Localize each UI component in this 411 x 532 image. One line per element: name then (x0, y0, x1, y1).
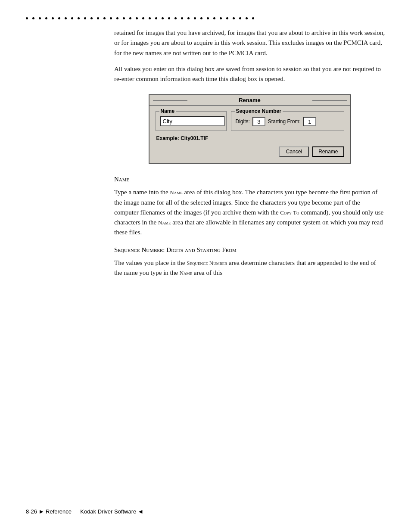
dot-19 (142, 17, 144, 19)
dot-17 (129, 17, 131, 19)
dot-25 (181, 17, 183, 19)
dot-32 (226, 17, 228, 19)
dialog-title: Rename (239, 97, 261, 103)
dot-23 (168, 17, 170, 19)
dot-18 (136, 17, 138, 19)
dot-12 (97, 17, 99, 19)
body-paragraph-1: retained for images that you have archiv… (114, 28, 385, 58)
page-footer: 8-26 ▶ Reference — Kodak Driver Software… (26, 508, 385, 515)
dot-3 (39, 17, 41, 19)
cancel-button[interactable]: Cancel (279, 146, 309, 157)
dot-35 (246, 17, 248, 19)
dot-8 (71, 17, 73, 19)
dialog-body: Name Sequence Number Digits: Starting Fr… (149, 106, 350, 163)
dot-6 (58, 17, 60, 19)
seq-section-body: The values you place in the Sequence Num… (114, 258, 385, 278)
sequence-number-group: Sequence Number Digits: Starting From: (231, 111, 344, 131)
footer-triangle-left: ◀ (139, 509, 142, 514)
dot-rule (0, 0, 411, 28)
dialog-titlebar: Rename (149, 95, 350, 106)
dot-11 (90, 17, 93, 19)
footer-middle-text: Reference — Kodak Driver Software (46, 508, 136, 515)
dot-36 (252, 17, 254, 19)
dot-5 (52, 17, 54, 19)
footer-page-ref: 8-26 (26, 508, 37, 515)
digits-input[interactable] (252, 117, 265, 126)
seq-inner: Digits: Starting From: (236, 117, 339, 126)
dot-15 (116, 17, 118, 19)
dot-rule-inner (26, 17, 385, 19)
rename-button[interactable]: Rename (312, 146, 344, 157)
dot-33 (233, 17, 235, 19)
dot-26 (187, 17, 190, 19)
dot-27 (194, 17, 196, 19)
name-section: Name Type a name into the Name area of t… (114, 176, 385, 237)
dialog-wrapper: Rename Name Sequence Number Di (114, 94, 385, 164)
dot-28 (200, 17, 202, 19)
seq-section: Sequence Number: Digits and Starting Fro… (114, 246, 385, 278)
dot-7 (65, 17, 67, 19)
dot-31 (220, 17, 222, 19)
dot-4 (45, 17, 47, 19)
starting-from-input[interactable] (303, 117, 316, 126)
dot-34 (239, 17, 241, 19)
dot-20 (149, 17, 151, 19)
dot-16 (123, 17, 125, 19)
dot-10 (84, 17, 86, 19)
name-section-body: Type a name into the Name area of this d… (114, 187, 385, 237)
dot-21 (155, 17, 157, 19)
name-group-label: Name (159, 108, 176, 114)
page-container: retained for images that you have archiv… (0, 0, 411, 532)
dialog-fields-row: Name Sequence Number Digits: Starting Fr… (156, 111, 344, 131)
dot-24 (174, 17, 177, 19)
dot-2 (32, 17, 34, 19)
dot-1 (26, 17, 28, 19)
name-input[interactable] (160, 116, 225, 126)
example-text: Example: City001.TIF (156, 135, 344, 141)
rename-dialog: Rename Name Sequence Number Di (149, 94, 351, 164)
dot-22 (162, 17, 164, 19)
dot-13 (103, 17, 106, 19)
name-section-heading: Name (114, 176, 385, 183)
seq-group-label: Sequence Number (235, 108, 283, 114)
dialog-buttons: Cancel Rename (156, 146, 344, 157)
name-group: Name (156, 111, 227, 131)
dot-29 (207, 17, 209, 19)
body-paragraph-2: All values you enter on this dialog box … (114, 64, 385, 84)
dot-14 (110, 17, 112, 19)
dot-9 (78, 17, 80, 19)
dot-30 (213, 17, 215, 19)
content-area: retained for images that you have archiv… (0, 28, 411, 278)
footer-triangle-right: ▶ (40, 509, 43, 514)
digits-label: Digits: (236, 118, 250, 124)
seq-section-heading: Sequence Number: Digits and Starting Fro… (114, 246, 385, 254)
starting-from-label: Starting From: (268, 118, 301, 124)
